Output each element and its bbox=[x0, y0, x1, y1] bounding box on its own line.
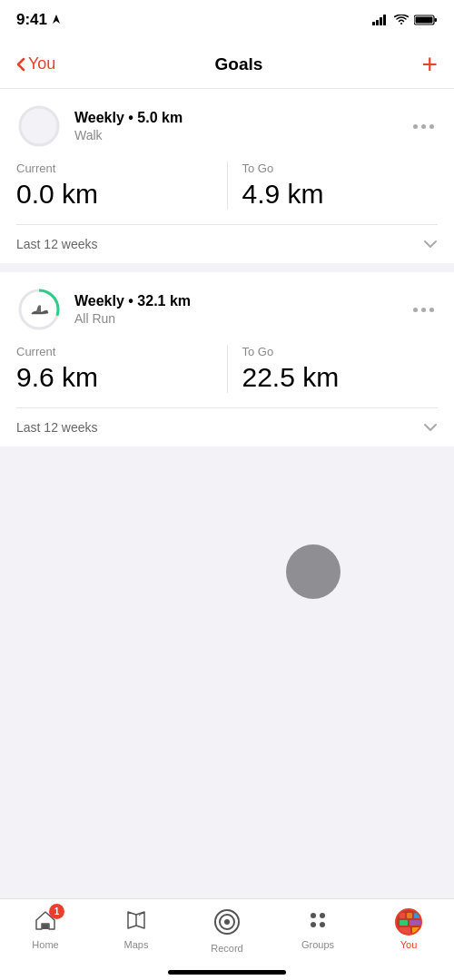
svg-rect-4 bbox=[383, 15, 386, 25]
record-icon bbox=[213, 908, 241, 936]
dot bbox=[413, 124, 418, 129]
battery-icon bbox=[414, 15, 438, 25]
walk-goal-menu[interactable] bbox=[410, 121, 438, 132]
run-stats-row: Current 9.6 km To Go 22.5 km bbox=[16, 345, 438, 393]
run-togo-block: To Go 22.5 km bbox=[227, 345, 439, 393]
walk-goal-card: Weekly • 5.0 km Walk Current 0.0 km To G… bbox=[0, 89, 454, 263]
dot bbox=[429, 308, 434, 312]
tab-you[interactable]: You bbox=[363, 908, 454, 950]
you-avatar bbox=[395, 908, 422, 936]
walk-togo-block: To Go 4.9 km bbox=[227, 162, 439, 210]
walk-goal-title: Weekly • 5.0 km bbox=[74, 110, 183, 126]
run-footer-label: Last 12 weeks bbox=[16, 420, 98, 435]
you-tab-label: You bbox=[400, 939, 418, 950]
goals-content: Weekly • 5.0 km Walk Current 0.0 km To G… bbox=[0, 89, 454, 446]
walk-current-label: Current bbox=[16, 162, 212, 175]
tab-bar: 1 Home Maps Record bbox=[0, 898, 454, 980]
status-icons bbox=[372, 15, 438, 25]
svg-point-8 bbox=[20, 107, 58, 145]
svg-rect-22 bbox=[407, 913, 412, 918]
back-button[interactable]: You bbox=[16, 54, 55, 74]
page-title: Goals bbox=[215, 54, 263, 74]
run-current-value: 9.6 km bbox=[16, 362, 212, 393]
walk-togo-label: To Go bbox=[242, 162, 439, 175]
walk-goal-footer[interactable]: Last 12 weeks bbox=[16, 225, 438, 263]
home-tab-label: Home bbox=[32, 939, 58, 950]
you-icon-wrap bbox=[395, 908, 422, 936]
record-icon-wrap bbox=[213, 908, 241, 939]
maps-tab-label: Maps bbox=[124, 939, 149, 950]
maps-icon bbox=[124, 908, 148, 932]
groups-tab-label: Groups bbox=[301, 939, 334, 950]
groups-icon bbox=[306, 908, 330, 932]
chevron-down-icon bbox=[423, 419, 438, 436]
walk-current-value: 0.0 km bbox=[16, 179, 212, 210]
walk-ring bbox=[16, 103, 62, 149]
status-time: 9:41 bbox=[16, 11, 62, 29]
maps-icon-wrap bbox=[124, 908, 148, 936]
tab-maps[interactable]: Maps bbox=[91, 908, 182, 950]
signal-icon bbox=[372, 15, 389, 25]
home-badge: 1 bbox=[49, 904, 64, 919]
tab-home[interactable]: 1 Home bbox=[0, 908, 91, 950]
run-goal-header: Weekly • 32.1 km All Run bbox=[16, 287, 438, 332]
record-tab-label: Record bbox=[211, 943, 242, 954]
svg-marker-0 bbox=[53, 15, 60, 24]
walk-current-block: Current 0.0 km bbox=[16, 162, 227, 210]
nav-bar: You Goals + bbox=[0, 40, 454, 89]
svg-point-17 bbox=[320, 913, 325, 918]
svg-rect-7 bbox=[416, 17, 433, 24]
svg-rect-3 bbox=[380, 17, 382, 25]
walk-togo-value: 4.9 km bbox=[242, 179, 439, 210]
chevron-down-icon bbox=[423, 236, 438, 252]
run-current-block: Current 9.6 km bbox=[16, 345, 227, 393]
svg-point-18 bbox=[311, 922, 316, 927]
walk-goal-sub: Walk bbox=[74, 128, 183, 142]
svg-rect-6 bbox=[435, 18, 438, 22]
walk-goal-icon bbox=[16, 103, 62, 149]
groups-icon-wrap bbox=[306, 908, 330, 936]
dot bbox=[421, 308, 426, 312]
walk-footer-label: Last 12 weeks bbox=[16, 237, 98, 251]
run-current-label: Current bbox=[16, 345, 212, 358]
svg-rect-1 bbox=[372, 22, 375, 25]
run-togo-label: To Go bbox=[242, 345, 439, 358]
walk-stats-row: Current 0.0 km To Go 4.9 km bbox=[16, 162, 438, 210]
location-icon bbox=[51, 15, 62, 25]
tab-record[interactable]: Record bbox=[182, 908, 272, 954]
run-goal-icon bbox=[16, 287, 62, 332]
dot bbox=[429, 124, 434, 129]
svg-point-16 bbox=[311, 913, 316, 918]
home-bar bbox=[168, 970, 286, 975]
run-goal-title: Weekly • 32.1 km bbox=[74, 293, 191, 309]
svg-rect-2 bbox=[376, 20, 379, 25]
run-goal-card: Weekly • 32.1 km All Run Current 9.6 km … bbox=[0, 272, 454, 446]
run-goal-footer[interactable]: Last 12 weeks bbox=[16, 408, 438, 446]
dot bbox=[413, 308, 418, 312]
run-goal-sub: All Run bbox=[74, 311, 191, 326]
loading-indicator bbox=[286, 544, 340, 599]
svg-rect-27 bbox=[412, 927, 421, 935]
run-togo-value: 22.5 km bbox=[242, 362, 439, 393]
svg-point-15 bbox=[224, 919, 230, 925]
run-ring bbox=[16, 287, 62, 332]
svg-rect-26 bbox=[400, 927, 410, 935]
status-bar: 9:41 bbox=[0, 0, 454, 40]
run-goal-menu[interactable] bbox=[410, 304, 438, 316]
svg-rect-23 bbox=[414, 913, 421, 918]
svg-rect-25 bbox=[410, 920, 421, 926]
svg-rect-21 bbox=[400, 913, 405, 918]
home-icon-wrap: 1 bbox=[34, 908, 57, 936]
svg-point-19 bbox=[320, 922, 325, 927]
add-goal-button[interactable]: + bbox=[421, 51, 438, 78]
back-label: You bbox=[28, 54, 55, 74]
dot bbox=[421, 124, 426, 129]
time-display: 9:41 bbox=[16, 11, 47, 29]
walk-goal-header: Weekly • 5.0 km Walk bbox=[16, 103, 438, 149]
svg-rect-24 bbox=[400, 920, 408, 926]
chevron-left-icon bbox=[16, 57, 25, 72]
tab-groups[interactable]: Groups bbox=[272, 908, 363, 950]
wifi-icon bbox=[394, 15, 409, 25]
